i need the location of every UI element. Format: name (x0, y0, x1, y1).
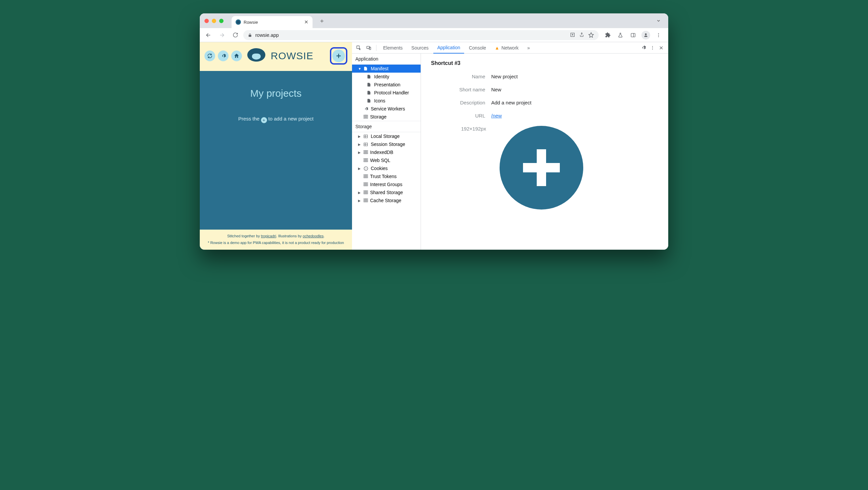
sidebar-item-cookies[interactable]: ▶ Cookies (352, 164, 421, 172)
rowsie-footer: Stitched together by tropicadri. Illustr… (200, 229, 352, 250)
back-button[interactable] (203, 30, 214, 40)
svg-point-8 (652, 46, 653, 47)
forward-button[interactable] (217, 30, 227, 40)
application-sidebar: Application ▼ Manifest Identity Presenta… (352, 54, 421, 250)
devtools-main: Shortcut #3 Name New project Short name … (421, 54, 668, 250)
sync-icon (207, 53, 213, 59)
maximize-window-button[interactable] (219, 19, 223, 23)
sidebar-item-cache-storage[interactable]: ▶ Cache Storage (352, 196, 421, 205)
footer-disclaimer: * Rowsie is a demo app for PWA capabilit… (205, 240, 347, 246)
shortcut-title: Shortcut #3 (431, 60, 658, 66)
database-icon (363, 150, 368, 154)
sidebar-item-session-storage[interactable]: ▶ Session Storage (352, 140, 421, 148)
devtools-close-button[interactable] (659, 45, 663, 50)
svg-point-20 (365, 169, 366, 170)
inspect-button[interactable] (354, 45, 363, 51)
devtools-tab-bar: Elements Sources Application Console ▲Ne… (352, 42, 668, 54)
tab-console[interactable]: Console (465, 42, 490, 54)
chevron-right-icon: ▶ (358, 134, 362, 138)
rowsie-header: ROWSIE (200, 42, 352, 71)
icon-preview: 192×192px (431, 126, 658, 210)
device-toggle-button[interactable] (364, 45, 373, 51)
sidebar-item-websql[interactable]: Web SQL (352, 156, 421, 164)
share-icon[interactable] (579, 32, 584, 38)
browser-tab[interactable]: Rowsie ✕ (231, 16, 313, 28)
browser-toolbar (601, 30, 665, 40)
sync-button[interactable] (205, 51, 215, 61)
install-app-icon[interactable] (570, 32, 575, 38)
footer-link-illustrator[interactable]: ochedoodles (303, 234, 323, 238)
sidebar-item-storage[interactable]: Storage (352, 113, 421, 121)
detail-label: Short name (431, 87, 491, 92)
tab-more[interactable]: » (523, 42, 534, 54)
svg-point-9 (652, 47, 653, 48)
detail-label: URL (431, 113, 491, 119)
close-window-button[interactable] (205, 19, 209, 23)
home-button[interactable] (231, 51, 242, 61)
sidebar-item-identity[interactable]: Identity (352, 73, 421, 81)
separator (376, 45, 376, 51)
url-input[interactable]: rowsie.app (243, 30, 599, 40)
profile-button[interactable] (641, 30, 651, 40)
svg-point-10 (652, 49, 653, 50)
highlighted-add-button (330, 47, 347, 65)
shortcut-url-link[interactable]: /new (491, 113, 502, 119)
sidebar-item-indexeddb[interactable]: ▶ IndexedDB (352, 148, 421, 156)
sidebar-item-local-storage[interactable]: ▶ Local Storage (352, 132, 421, 140)
sidebar-item-service-workers[interactable]: Service Workers (352, 105, 421, 113)
devtools-body: Application ▼ Manifest Identity Presenta… (352, 54, 668, 250)
inspect-icon (356, 45, 362, 51)
sidebar-item-presentation[interactable]: Presentation (352, 81, 421, 89)
chevron-right-icon: ▶ (358, 199, 362, 203)
table-icon (363, 142, 369, 147)
sidebar-item-protocol-handler[interactable]: Protocol Handler (352, 89, 421, 97)
sidebar-item-shared-storage[interactable]: ▶ Shared Storage (352, 188, 421, 196)
sidebar-item-interest-groups[interactable]: Interest Groups (352, 180, 421, 188)
detail-row-description: Description Add a new project (431, 100, 658, 105)
footer-link-author[interactable]: tropicadri (261, 234, 276, 238)
table-icon (363, 134, 369, 139)
kebab-icon (656, 32, 661, 38)
close-tab-button[interactable]: ✕ (304, 19, 309, 25)
extensions-button[interactable] (603, 30, 613, 40)
sidebar-item-icons[interactable]: Icons (352, 97, 421, 105)
devices-icon (366, 45, 371, 51)
detail-row-name: Name New project (431, 73, 658, 79)
empty-suffix: to add a new project (268, 116, 313, 122)
minimize-window-button[interactable] (212, 19, 216, 23)
devtools-settings-button[interactable] (641, 45, 646, 51)
warning-icon: ▲ (495, 45, 500, 51)
address-bar: rowsie.app (200, 28, 668, 42)
tab-elements[interactable]: Elements (379, 42, 407, 54)
chevron-right-icon: ▶ (358, 167, 362, 171)
tab-sources[interactable]: Sources (407, 42, 432, 54)
svg-point-3 (658, 34, 659, 35)
browser-window: Rowsie ✕ ＋ rowsie.app (200, 13, 668, 250)
settings-button[interactable] (218, 51, 228, 61)
file-icon (363, 66, 369, 71)
brand-text: ROWSIE (271, 50, 313, 62)
flask-icon (618, 32, 623, 38)
chevron-down-icon (656, 19, 661, 23)
sidebar-item-trust-tokens[interactable]: Trust Tokens (352, 172, 421, 180)
browser-menu-button[interactable] (653, 30, 663, 40)
page-body: ROWSIE My projects Press the ＋ to add a … (200, 42, 668, 250)
new-tab-button[interactable]: ＋ (317, 16, 327, 25)
reload-button[interactable] (230, 30, 241, 40)
chevron-right-icon: ▶ (358, 143, 362, 146)
detail-label: Name (431, 73, 491, 79)
tab-network[interactable]: ▲Network (491, 42, 523, 54)
labs-button[interactable] (615, 30, 625, 40)
tabs-dropdown-button[interactable] (653, 17, 663, 25)
svg-point-2 (658, 33, 659, 34)
devtools-menu-button[interactable] (650, 45, 655, 50)
side-panel-button[interactable] (628, 30, 638, 40)
tab-title: Rowsie (244, 20, 302, 25)
star-icon[interactable] (588, 32, 594, 38)
page-title: My projects (207, 88, 345, 99)
cookie-icon (363, 166, 369, 171)
add-project-button[interactable] (332, 50, 345, 62)
favicon-icon (236, 20, 241, 25)
tab-application[interactable]: Application (433, 42, 464, 54)
sidebar-item-manifest[interactable]: ▼ Manifest (352, 65, 421, 73)
